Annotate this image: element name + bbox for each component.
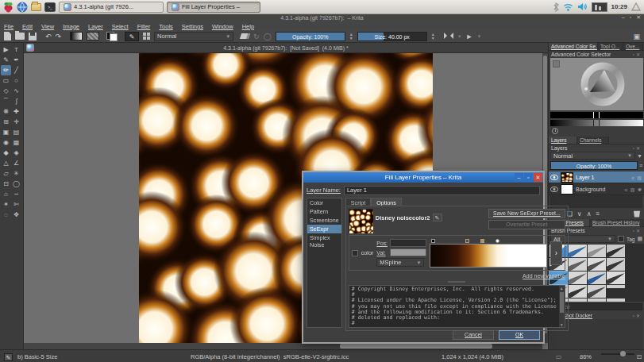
brush-preset-tile[interactable] [607, 245, 625, 257]
dialog-minimize-button[interactable]: – [515, 173, 523, 182]
new-document-icon[interactable] [4, 32, 11, 40]
scroll-up-icon[interactable]: ▲ [559, 286, 565, 291]
reload-preset-icon[interactable]: ↻ [253, 32, 260, 41]
next-variable-button[interactable]: › [550, 241, 562, 265]
tab-brush-preset-history[interactable]: Brush Preset History [590, 219, 643, 226]
size-stepper[interactable]: ▲▼ [431, 33, 435, 40]
redo-icon[interactable]: ↷ [56, 32, 62, 41]
tool-freehand-brush[interactable]: ✏ [1, 65, 11, 75]
pattern-chooser[interactable] [87, 32, 99, 40]
color-variable-checkbox[interactable] [352, 250, 358, 256]
generator-pattern[interactable]: Pattern [307, 207, 341, 216]
save-icon[interactable] [29, 33, 37, 40]
tool-polygon-select[interactable]: ⌂ [1, 189, 11, 199]
chevron-down-icon[interactable]: ▼ [477, 32, 482, 41]
tool-transform[interactable]: ⊞ [1, 117, 11, 127]
tool-pan[interactable]: ✥ [11, 210, 21, 220]
horizontal-scrollbar[interactable] [24, 343, 542, 349]
blend-mode-combo[interactable]: Normal▼ [154, 32, 233, 41]
brush-preset-tile[interactable] [607, 258, 625, 271]
layer-row-background[interactable]: Background α ▨ ✱ [549, 183, 644, 195]
open-document-icon[interactable] [15, 33, 25, 40]
warning-icon[interactable] [631, 2, 641, 11]
menu-help[interactable]: Help [242, 23, 254, 30]
visibility-icon[interactable] [550, 187, 558, 192]
mirror-horizontal-icon[interactable] [444, 33, 453, 40]
layer-blend-mode-combo[interactable]: Normal▼ [550, 152, 635, 160]
color-history-icon[interactable] [552, 128, 558, 134]
menu-window[interactable]: Window [212, 23, 233, 30]
brush-preset-tile[interactable] [588, 258, 606, 271]
tool-pattern-edit[interactable]: ▦ [11, 137, 21, 148]
tool-color-sampler[interactable]: ◉ [1, 137, 11, 148]
zoom-level[interactable]: 86% [580, 353, 592, 360]
wifi-icon[interactable] [563, 2, 573, 11]
cpu-monitor[interactable] [592, 2, 607, 12]
layer-properties-button[interactable]: ≡ [596, 210, 600, 218]
tool-bezier-select[interactable]: ✄ [11, 199, 21, 210]
tab-overview[interactable]: Ove... [623, 43, 643, 50]
zoom-slider-thumb[interactable] [620, 351, 626, 356]
tool-assistants[interactable]: △ [1, 158, 11, 168]
tool-outline-select[interactable]: ∽ [11, 189, 21, 199]
close-button[interactable]: ✕ [636, 14, 641, 21]
acs-settings-icon[interactable] [553, 60, 560, 67]
volume-icon[interactable] [577, 2, 588, 11]
brush-presets-popup-icon[interactable] [143, 33, 150, 40]
menu-file[interactable]: File [4, 23, 13, 30]
tool-zoom[interactable]: ◌ [1, 210, 11, 220]
move-layer-up-button[interactable]: ∧ [587, 210, 592, 218]
brush-preset-tile[interactable] [588, 245, 606, 257]
brush-preset-tile[interactable] [569, 258, 587, 271]
tool-reference-images[interactable]: ▱ [1, 168, 11, 179]
maximize-button[interactable]: ▫ [630, 14, 631, 21]
pos-input[interactable] [390, 239, 426, 247]
browser-icon[interactable] [17, 2, 28, 13]
current-brush-icon[interactable]: ✎ [4, 353, 13, 361]
file-manager-icon[interactable] [31, 3, 41, 11]
brush-preset-tile[interactable] [569, 298, 587, 302]
brush-preset-tile[interactable] [607, 272, 625, 284]
tool-ellipse-select[interactable]: ◯ [11, 179, 21, 189]
menu-select[interactable]: Select [112, 23, 129, 30]
size-slider[interactable]: Size: 40.00 px [357, 32, 427, 41]
cancel-button[interactable]: Cancel [453, 330, 494, 340]
advanced-color-selector[interactable] [550, 58, 643, 110]
menu-image[interactable]: Image [63, 23, 79, 30]
close-docker-icon[interactable]: ✕ [636, 146, 642, 151]
brush-preset-tile[interactable] [569, 245, 587, 257]
layer-filter-icon[interactable]: ▼ [637, 153, 642, 159]
horizontal-scrollbar-thumb[interactable] [340, 344, 492, 349]
tool-select-shapes[interactable]: ▶ [1, 44, 11, 55]
tool-ellipse[interactable]: ○ [11, 75, 21, 86]
brush-editor-button[interactable]: ✎ [125, 32, 139, 41]
zoom-slider[interactable] [601, 353, 634, 355]
tab-layers[interactable]: Layers [549, 137, 577, 144]
chevron-down-icon[interactable]: ▼ [457, 32, 462, 41]
layer-opacity-slider[interactable]: Opacity: 100% [550, 161, 638, 170]
task-button-fill-layer-dialog[interactable]: Fill Layer Properties – [167, 2, 260, 13]
tool-gradient[interactable]: ▤ [11, 127, 21, 137]
opacity-slider[interactable]: Opacity: 100% [276, 32, 345, 41]
tool-rect-select[interactable]: ⊡ [1, 179, 11, 189]
generator-color[interactable]: Color [307, 198, 341, 207]
tool-enclose-fill[interactable]: ◈ [11, 148, 21, 158]
script-scrollbar-thumb[interactable] [560, 292, 564, 313]
tool-smart-patch[interactable]: ✳ [11, 168, 21, 179]
tool-crop[interactable]: ▣ [1, 127, 11, 137]
menu-edit[interactable]: Edit [22, 23, 33, 30]
tool-line[interactable]: ╱ [11, 65, 21, 75]
menu-settings[interactable]: Settings [182, 23, 203, 30]
add-new-variable-link[interactable]: Add new variable [349, 273, 565, 279]
dialog-maximize-button[interactable]: ▫ [524, 173, 533, 182]
generator-simplex-noise[interactable]: Simplex Noise [307, 233, 341, 249]
ok-button[interactable]: OK [499, 330, 540, 340]
close-docker-icon[interactable]: ✕ [636, 52, 642, 57]
gradient-chooser[interactable] [70, 32, 83, 40]
tool-fill[interactable]: ◆ [1, 148, 11, 158]
tool-polygon[interactable]: ◇ [1, 86, 11, 96]
gradient-stop[interactable] [431, 239, 435, 243]
close-docker-icon[interactable]: ✕ [636, 229, 642, 233]
brush-preset-tile[interactable] [569, 285, 587, 298]
undo-icon[interactable]: ↶ [45, 32, 52, 41]
